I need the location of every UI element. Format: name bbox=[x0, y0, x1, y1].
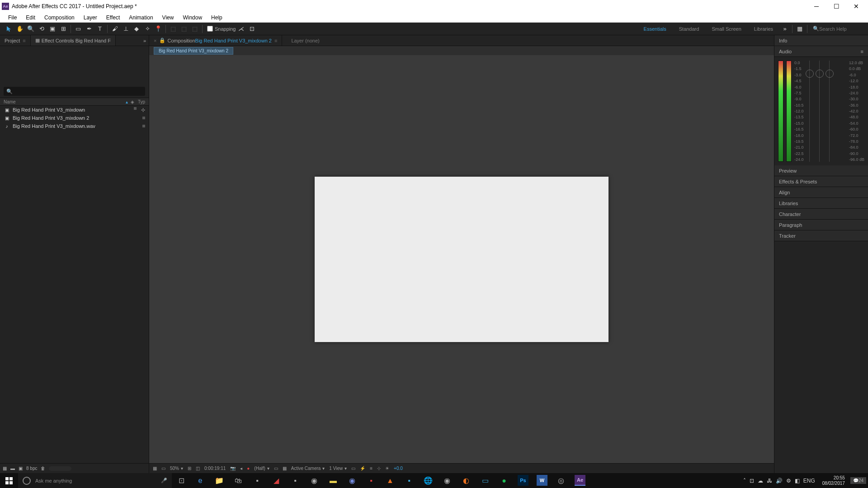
project-search[interactable]: 🔍 bbox=[4, 87, 145, 96]
snapshot-icon[interactable]: 📷 bbox=[230, 466, 236, 471]
onedrive-icon[interactable]: ☁ bbox=[758, 478, 763, 484]
info-panel-header[interactable]: Info bbox=[774, 35, 868, 46]
tracker-panel-header[interactable]: Tracker bbox=[774, 230, 868, 241]
axis-view[interactable]: ⬚ bbox=[190, 24, 199, 33]
after-effects-icon[interactable]: Ae bbox=[575, 475, 585, 486]
workspace-essentials[interactable]: Essentials bbox=[637, 26, 673, 32]
thumbnail-slider[interactable] bbox=[49, 466, 71, 471]
bpc-label[interactable]: 8 bpc bbox=[26, 466, 37, 471]
level-knob[interactable] bbox=[816, 70, 824, 78]
snap-collapse-icon[interactable]: ⊡ bbox=[248, 24, 257, 33]
app-icon[interactable]: ▭ bbox=[476, 473, 495, 488]
panel-menu-icon[interactable]: ≡ bbox=[861, 49, 863, 54]
app-icon[interactable]: ▪ bbox=[286, 473, 305, 488]
align-panel-header[interactable]: Align bbox=[774, 187, 868, 198]
network-icon[interactable]: 🖧 bbox=[767, 478, 772, 484]
snapping-toggle[interactable]: Snapping bbox=[207, 26, 236, 32]
level-knob[interactable] bbox=[806, 70, 814, 78]
col-name[interactable]: Name bbox=[4, 99, 126, 104]
start-button[interactable] bbox=[0, 473, 18, 488]
app-icon[interactable]: ▪ bbox=[400, 473, 419, 488]
tray-icon[interactable]: ⚙ bbox=[786, 478, 791, 484]
view-dropdown[interactable]: 1 View ▾ bbox=[329, 466, 347, 471]
pen-tool[interactable]: ✒ bbox=[85, 24, 94, 33]
project-item[interactable]: ▣ Big Red Hand Print V3_mixdown ⊹ bbox=[0, 106, 149, 114]
audio-panel-header[interactable]: Audio≡ bbox=[774, 46, 868, 57]
snapping-checkbox[interactable] bbox=[207, 26, 213, 32]
audio-level-sliders[interactable] bbox=[807, 61, 849, 162]
eraser-tool[interactable]: ◆ bbox=[132, 24, 141, 33]
exposure-value[interactable]: +0.0 bbox=[394, 466, 403, 471]
app-icon[interactable]: ◐ bbox=[457, 473, 476, 488]
action-center-icon[interactable]: 💬24 bbox=[850, 477, 866, 484]
panel-menu-icon[interactable]: ≡ bbox=[274, 38, 277, 43]
interpret-icon[interactable]: ▦ bbox=[3, 466, 7, 471]
brush-tool[interactable]: 🖌 bbox=[110, 24, 119, 33]
puppet-tool[interactable]: 📍 bbox=[154, 24, 163, 33]
channel-icon[interactable]: ● bbox=[247, 466, 250, 471]
photoshop-icon[interactable]: Ps bbox=[518, 475, 528, 486]
discord-icon[interactable]: ◉ bbox=[343, 473, 362, 488]
show-snapshot-icon[interactable]: ◂ bbox=[240, 466, 242, 471]
workspace-menu-icon[interactable]: ▦ bbox=[795, 24, 804, 33]
pixel-aspect-icon[interactable]: ▭ bbox=[351, 466, 355, 471]
flowchart-icon[interactable]: ⊹ bbox=[141, 107, 145, 113]
layer-tab[interactable]: Layer (none) bbox=[282, 38, 328, 43]
character-panel-header[interactable]: Character bbox=[774, 209, 868, 220]
effects-presets-panel-header[interactable]: Effects & Presets bbox=[774, 176, 868, 187]
pan-behind-tool[interactable]: ⊞ bbox=[59, 24, 68, 33]
project-tab[interactable]: Project≡ bbox=[0, 35, 31, 46]
volume-icon[interactable]: 🔊 bbox=[776, 478, 783, 484]
task-view-icon[interactable]: ⊡ bbox=[172, 473, 191, 488]
comp-new-icon[interactable]: ▣ bbox=[19, 466, 23, 471]
edge-icon[interactable]: e bbox=[191, 473, 210, 488]
spotify-icon[interactable]: ● bbox=[495, 473, 514, 488]
type-tool[interactable]: T bbox=[95, 24, 104, 33]
sticky-notes-icon[interactable]: ▬ bbox=[324, 473, 343, 488]
maximize-button[interactable]: ☐ bbox=[826, 0, 846, 13]
axis-local[interactable]: ⬚ bbox=[169, 24, 178, 33]
search-input[interactable] bbox=[819, 26, 864, 32]
menu-help[interactable]: Help bbox=[207, 13, 227, 22]
resolution-dropdown[interactable]: (Half) ▾ bbox=[254, 466, 269, 471]
axis-world[interactable]: ⬚ bbox=[179, 24, 189, 33]
language-indicator[interactable]: ENG bbox=[803, 478, 815, 484]
menu-edit[interactable]: Edit bbox=[21, 13, 40, 22]
alpha-icon[interactable]: ▦ bbox=[153, 466, 157, 471]
menu-layer[interactable]: Layer bbox=[79, 13, 102, 22]
menu-composition[interactable]: Composition bbox=[40, 13, 79, 22]
mask-icon[interactable]: ◫ bbox=[196, 466, 200, 471]
menu-effect[interactable]: Effect bbox=[102, 13, 124, 22]
timeline-icon[interactable]: ≡ bbox=[370, 466, 373, 471]
grid-icon[interactable]: ⊞ bbox=[188, 466, 191, 471]
exposure-reset-icon[interactable]: ☀ bbox=[385, 466, 389, 471]
zoom-dropdown[interactable]: 50% ▾ bbox=[170, 466, 183, 471]
col-label-icon[interactable]: ◈ bbox=[131, 99, 134, 104]
preview-panel-header[interactable]: Preview bbox=[774, 165, 868, 176]
rectangle-tool[interactable]: ▭ bbox=[74, 24, 83, 33]
panel-menu-icon[interactable]: ≡ bbox=[23, 38, 25, 43]
project-item[interactable]: ♪ Big Red Hand Print V3_mixdown.wav bbox=[0, 122, 149, 130]
close-button[interactable]: ✕ bbox=[846, 0, 866, 13]
obs-icon[interactable]: ◉ bbox=[305, 473, 324, 488]
menu-view[interactable]: View bbox=[158, 13, 179, 22]
roi-icon[interactable]: ▭ bbox=[274, 466, 278, 471]
rotation-tool[interactable]: ⟲ bbox=[37, 24, 46, 33]
breadcrumb-item[interactable]: Big Red Hand Print V3_mixdown 2 bbox=[154, 47, 233, 55]
camera-dropdown[interactable]: Active Camera ▾ bbox=[291, 466, 325, 471]
fast-preview-icon[interactable]: ⚡ bbox=[360, 466, 365, 471]
hand-tool[interactable]: ✋ bbox=[15, 24, 24, 33]
store-icon[interactable]: 🛍 bbox=[229, 473, 248, 488]
tray-icon[interactable]: ◧ bbox=[795, 478, 800, 484]
cortana-search[interactable]: Ask me anything 🎤 bbox=[18, 473, 172, 488]
steam-icon[interactable]: ◉ bbox=[438, 473, 457, 488]
minimize-button[interactable]: ─ bbox=[807, 0, 826, 13]
app-icon[interactable]: ◢ bbox=[267, 473, 286, 488]
tray-overflow-icon[interactable]: ˄ bbox=[743, 478, 746, 484]
clone-tool[interactable]: ⊥ bbox=[121, 24, 130, 33]
workspace-overflow[interactable]: » bbox=[780, 24, 789, 33]
composition-tab[interactable]: × 🔒 Composition Big Red Hand Print V3_mi… bbox=[149, 35, 282, 46]
taskbar-clock[interactable]: 20:55 08/02/2017 bbox=[819, 475, 849, 486]
app-icon[interactable]: ▪ bbox=[362, 473, 381, 488]
menu-window[interactable]: Window bbox=[178, 13, 207, 22]
